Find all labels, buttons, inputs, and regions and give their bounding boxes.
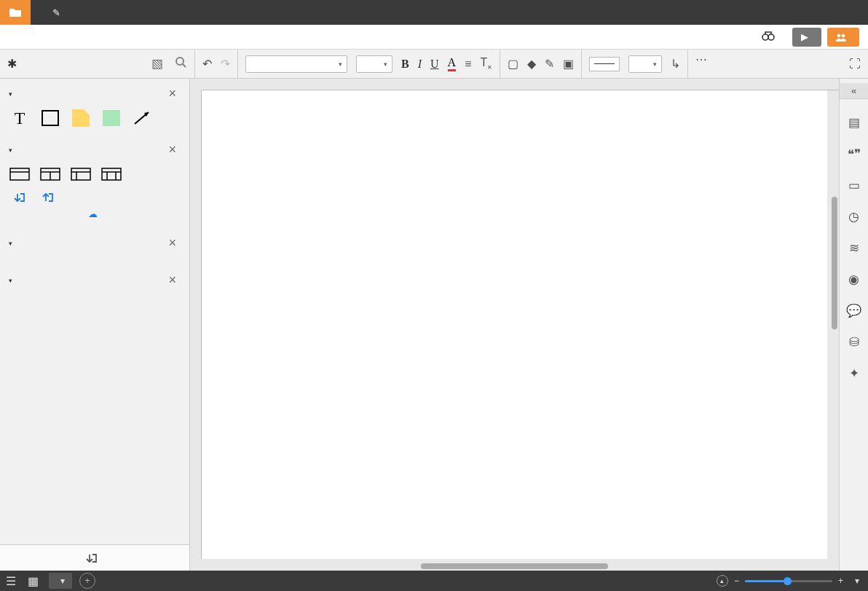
er-shape-3[interactable] [70, 165, 92, 184]
block-shape[interactable] [100, 109, 122, 128]
ruler-vertical [190, 90, 202, 559]
close-icon[interactable]: × [168, 142, 176, 157]
shadow-icon[interactable]: ▣ [563, 57, 574, 71]
add-page-button[interactable]: + [79, 573, 95, 589]
canvas[interactable] [202, 90, 827, 559]
font-select[interactable] [245, 55, 347, 73]
main-area: ▾× T ▾× ☁ ▾× ▾× [0, 79, 868, 571]
data-panel-icon[interactable]: ⛁ [849, 334, 859, 350]
close-icon[interactable]: × [168, 273, 176, 288]
bold-icon[interactable]: B [401, 58, 409, 71]
undo-icon[interactable]: ↶ [202, 57, 212, 71]
text-color-icon[interactable]: A [448, 56, 457, 71]
svg-rect-16 [102, 168, 121, 180]
edit-title-icon[interactable]: ✎ [52, 7, 60, 18]
grid-view-icon[interactable]: ▦ [22, 574, 44, 588]
fill-icon[interactable]: ◆ [527, 57, 536, 71]
page-panel-icon[interactable]: ▤ [848, 115, 860, 130]
zoom-out-icon[interactable]: − [734, 576, 739, 586]
binoculars-icon [762, 31, 775, 43]
svg-rect-6 [42, 111, 58, 125]
gear-icon[interactable]: ✱ [7, 57, 17, 71]
h-scrollbar[interactable] [202, 562, 827, 571]
canvas-wrap [190, 79, 839, 571]
present-panel-icon[interactable]: ▭ [848, 178, 860, 193]
toolbar: ✱ ▧ ↶ ↷ B I U A ≡ T✕ ▢ ◆ ✎ ▣ ↳ ⋯ ⛶ [0, 50, 868, 79]
svg-point-2 [837, 34, 841, 37]
er-shape-1[interactable] [9, 165, 31, 184]
close-icon[interactable]: × [168, 235, 176, 251]
ruler-horizontal [202, 79, 839, 90]
feature-find[interactable] [754, 31, 786, 43]
sidebar-scroll[interactable]: ▾× T ▾× ☁ ▾× ▾× [0, 79, 189, 544]
panel-containers[interactable]: ▾× [0, 265, 185, 292]
zoom-slider[interactable] [745, 580, 832, 582]
er-shape-2[interactable] [39, 165, 61, 184]
search-icon[interactable] [175, 56, 187, 72]
panel-er[interactable]: ▾× [0, 135, 185, 162]
zoom-in-icon[interactable]: + [838, 576, 843, 586]
page-tab[interactable]: ▾ [49, 573, 72, 589]
import-data-button[interactable] [0, 544, 189, 571]
history-panel-icon[interactable]: ◷ [848, 209, 859, 224]
er-shape-4[interactable] [100, 165, 122, 184]
comment-panel-icon[interactable]: ❝❞ [848, 146, 861, 162]
note-shape[interactable] [70, 109, 92, 128]
shapes-panel-header: ✱ ▧ [0, 50, 195, 79]
close-icon[interactable]: × [168, 86, 176, 101]
statusbar: ☰ ▦ ▾ + ▴ − + ▾ [0, 571, 868, 591]
svg-point-3 [842, 34, 845, 37]
share-button[interactable] [827, 28, 859, 47]
sidebar: ▾× T ▾× ☁ ▾× ▾× [0, 79, 190, 571]
titlebar: ✎ [0, 0, 868, 25]
svg-line-5 [183, 64, 186, 67]
image-icon[interactable]: ▧ [151, 56, 163, 71]
panel-flowchart[interactable]: ▾× [0, 228, 185, 255]
target-icon[interactable]: ▴ [717, 575, 728, 587]
arrow-shape[interactable] [131, 109, 153, 128]
line-style-select[interactable] [589, 57, 620, 71]
shape-tool-icon[interactable]: ▢ [508, 57, 518, 71]
line-tool-icon[interactable]: ↳ [671, 57, 680, 71]
fullscreen-icon[interactable]: ⛶ [849, 58, 861, 71]
svg-rect-13 [71, 168, 90, 180]
present-button[interactable]: ▶ [792, 28, 821, 47]
text-shape[interactable]: T [9, 109, 31, 128]
line-width-select[interactable] [628, 55, 662, 73]
magic-panel-icon[interactable]: ✦ [849, 366, 859, 381]
more-icon[interactable]: ⋯ [695, 52, 707, 66]
svg-point-4 [176, 58, 184, 65]
folder-icon[interactable] [0, 0, 31, 25]
v-scrollbar[interactable] [830, 90, 839, 385]
salesforce-import-link[interactable]: ☁ [0, 208, 185, 228]
font-size-select[interactable] [356, 55, 392, 73]
clear-format-icon[interactable]: T✕ [480, 56, 492, 71]
redo-icon[interactable]: ↷ [221, 57, 230, 71]
export-link[interactable] [42, 192, 57, 203]
svg-point-0 [762, 34, 768, 40]
underline-icon[interactable]: U [430, 58, 439, 71]
align-icon[interactable]: ≡ [465, 58, 471, 71]
svg-rect-8 [10, 168, 29, 180]
collapse-rail-icon[interactable]: « [840, 83, 869, 99]
svg-point-1 [768, 34, 774, 40]
paint-panel-icon[interactable]: ◉ [848, 272, 859, 287]
menubar: ▶ [0, 25, 868, 50]
layers-panel-icon[interactable]: ≋ [849, 240, 859, 256]
import-link[interactable] [13, 192, 28, 203]
chat-panel-icon[interactable]: 💬 [846, 303, 861, 318]
rect-shape[interactable] [39, 109, 61, 128]
outline-icon[interactable]: ☰ [0, 574, 22, 588]
border-icon[interactable]: ✎ [545, 57, 554, 71]
panel-standard[interactable]: ▾× [0, 79, 185, 106]
italic-icon[interactable]: I [418, 58, 422, 71]
right-rail: « ▤ ❝❞ ▭ ◷ ≋ ◉ 💬 ⛁ ✦ [839, 79, 868, 571]
